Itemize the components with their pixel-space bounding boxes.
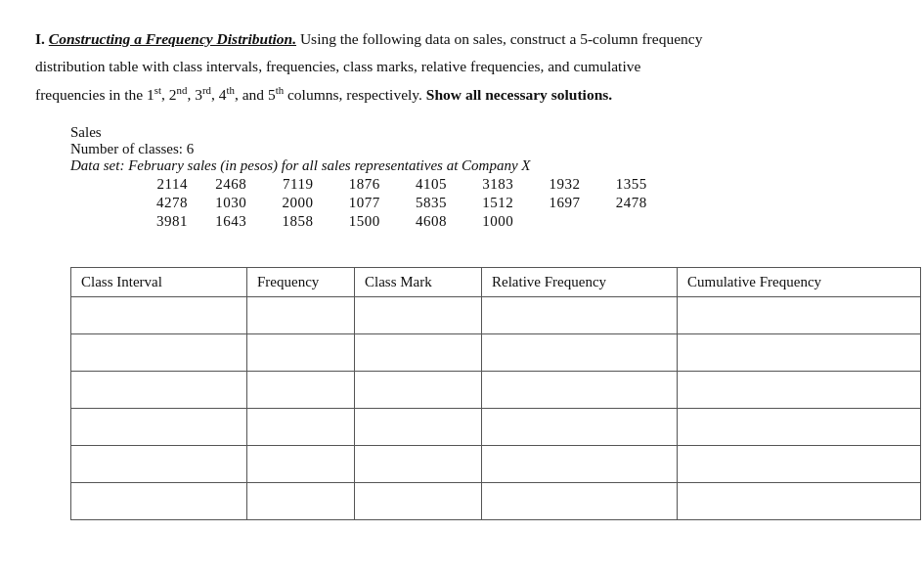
cell-frequency-2 (247, 334, 355, 372)
line-2: distribution table with class intervals,… (35, 55, 889, 78)
table-header-row: Class Interval Frequency Class Mark Rela… (71, 268, 921, 297)
cell-relative-freq-4 (482, 409, 678, 446)
cell-class-interval-2 (71, 334, 247, 372)
num-classes-label: Number of classes: 6 (70, 141, 889, 157)
problem-container: I. Constructing a Frequency Distribution… (35, 27, 889, 520)
cell-class-mark-4 (355, 409, 482, 446)
header-frequency: Frequency (247, 268, 355, 297)
title-cursive: Constructing a Frequency Distribution. (49, 30, 296, 47)
cell-relative-freq-1 (482, 297, 678, 334)
cell-frequency-1 (247, 297, 355, 334)
header-relative-frequency: Relative Frequency (482, 268, 678, 297)
header-cumulative-frequency: Cumulative Frequency (678, 268, 921, 297)
header-class-interval: Class Interval (71, 268, 247, 297)
cell-relative-freq-2 (482, 334, 678, 372)
table-row (71, 409, 921, 446)
dataset-label: Data set: February sales (in pesos) for … (70, 157, 889, 174)
sales-label: Sales (70, 124, 889, 141)
cell-class-mark-5 (355, 446, 482, 483)
cell-class-interval-5 (71, 446, 247, 483)
cell-cumulative-freq-2 (678, 334, 921, 372)
cell-class-interval-6 (71, 483, 247, 520)
cell-cumulative-freq-1 (678, 297, 921, 334)
table-row (71, 372, 921, 409)
line2-text: distribution table with class intervals,… (35, 58, 640, 74)
cell-frequency-3 (247, 372, 355, 409)
cell-cumulative-freq-5 (678, 446, 921, 483)
cell-class-mark-3 (355, 372, 482, 409)
cell-class-mark-1 (355, 297, 482, 334)
table-row (71, 446, 921, 483)
cell-relative-freq-5 (482, 446, 678, 483)
cell-class-mark-2 (355, 334, 482, 372)
cell-class-interval-4 (71, 409, 247, 446)
cell-class-interval-3 (71, 372, 247, 409)
cell-cumulative-freq-4 (678, 409, 921, 446)
table-row (71, 297, 921, 334)
cell-cumulative-freq-6 (678, 483, 921, 520)
line-3: frequencies in the 1st, 2nd, 3rd, 4th, a… (35, 82, 889, 107)
cell-class-interval-1 (71, 297, 247, 334)
table-row (71, 334, 921, 372)
cell-relative-freq-6 (482, 483, 678, 520)
data-row-2: 4278 1030 2000 1077 5835 1512 1697 2478 (133, 195, 889, 211)
cell-frequency-6 (247, 483, 355, 520)
cell-frequency-4 (247, 409, 355, 446)
data-row-1: 2114 2468 7119 1876 4105 3183 1932 1355 (133, 176, 889, 193)
intro-text: Using the following data on sales, const… (300, 30, 703, 47)
problem-title: I. Constructing a Frequency Distribution… (35, 27, 889, 51)
table-row (71, 483, 921, 520)
data-row-3: 3981 1643 1858 1500 4608 1000 (133, 213, 889, 230)
header-class-mark: Class Mark (355, 268, 482, 297)
cell-cumulative-freq-3 (678, 372, 921, 409)
cell-class-mark-6 (355, 483, 482, 520)
roman-numeral: I. (35, 30, 45, 47)
cell-relative-freq-3 (482, 372, 678, 409)
cell-frequency-5 (247, 446, 355, 483)
frequency-table: Class Interval Frequency Class Mark Rela… (70, 267, 921, 520)
line3-text: frequencies in the 1st, 2nd, 3rd, 4th, a… (35, 86, 612, 103)
